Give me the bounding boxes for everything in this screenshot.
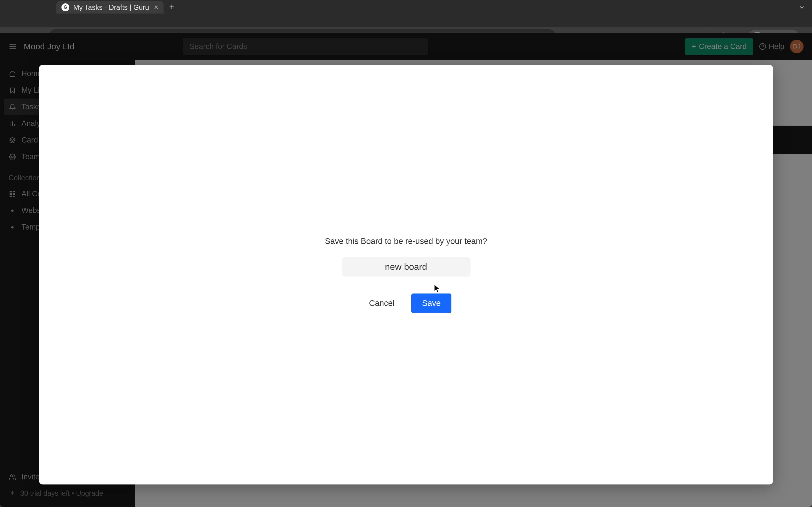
new-tab-button[interactable]: + <box>169 2 174 12</box>
tab-strip: G My Tasks - Drafts | Guru × + <box>0 0 812 13</box>
save-button[interactable]: Save <box>411 293 451 313</box>
tab-title: My Tasks - Drafts | Guru <box>73 3 150 11</box>
tab-favicon: G <box>61 3 69 11</box>
board-name-input[interactable] <box>342 257 470 277</box>
tab-close-button[interactable]: × <box>154 3 158 12</box>
save-board-modal: Save this Board to be re-used by your te… <box>39 65 773 485</box>
browser-window: G My Tasks - Drafts | Guru × + app.getgu… <box>0 0 812 507</box>
window-dropdown-icon[interactable] <box>799 4 805 11</box>
cancel-button[interactable]: Cancel <box>361 293 403 313</box>
browser-tab[interactable]: G My Tasks - Drafts | Guru × <box>56 1 163 13</box>
modal-prompt: Save this Board to be re-used by your te… <box>325 237 487 246</box>
modal-buttons: Cancel Save <box>361 293 451 313</box>
